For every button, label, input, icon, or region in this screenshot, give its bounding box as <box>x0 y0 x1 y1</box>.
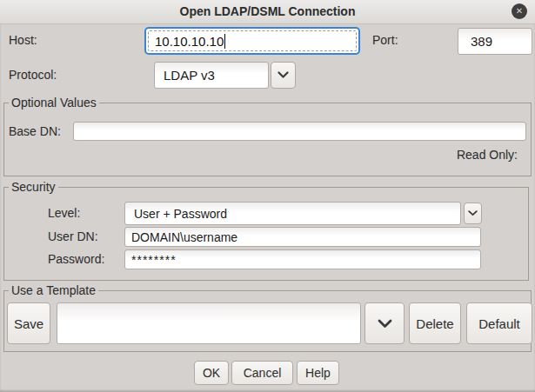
cancel-button-label: Cancel <box>244 366 282 380</box>
level-label: Level: <box>48 206 80 220</box>
chevron-down-icon <box>468 210 478 216</box>
read-only-label: Read Only: <box>435 148 518 162</box>
template-title: Use a Template <box>9 283 98 297</box>
host-value: 10.10.10.10 <box>155 34 224 49</box>
titlebar[interactable]: Open LDAP/DSML Connection ✕ <box>0 0 535 24</box>
default-button[interactable]: Default <box>466 302 532 344</box>
password-input[interactable] <box>124 249 481 269</box>
text-caret <box>224 34 225 49</box>
base-dn-label: Base DN: <box>9 124 61 138</box>
port-input[interactable] <box>458 28 532 55</box>
chevron-down-icon <box>378 319 392 329</box>
password-label: Password: <box>48 252 104 266</box>
ok-button-label: OK <box>203 366 220 380</box>
host-label: Host: <box>9 33 37 47</box>
security-title: Security <box>9 180 58 194</box>
open-ldap-connection-dialog: Open LDAP/DSML Connection ✕ Host: 10.10.… <box>0 0 535 392</box>
close-button[interactable]: ✕ <box>512 3 527 19</box>
base-dn-input[interactable] <box>73 122 526 141</box>
window-title: Open LDAP/DSML Connection <box>0 4 535 18</box>
optional-values-title: Optional Values <box>9 96 99 110</box>
level-dropdown-button[interactable] <box>464 203 482 224</box>
chevron-down-icon <box>278 71 289 79</box>
host-input[interactable]: 10.10.10.10 <box>144 27 360 55</box>
port-label: Port: <box>372 33 398 47</box>
level-select[interactable] <box>124 202 461 225</box>
save-button[interactable]: Save <box>7 302 50 344</box>
protocol-dropdown-button[interactable] <box>271 62 296 89</box>
help-button[interactable]: Help <box>297 361 339 385</box>
ok-button[interactable]: OK <box>194 361 229 385</box>
delete-button[interactable]: Delete <box>409 302 461 344</box>
cancel-button[interactable]: Cancel <box>231 361 293 385</box>
default-button-label: Default <box>478 316 520 331</box>
template-select[interactable] <box>57 302 361 344</box>
protocol-select[interactable] <box>154 62 269 89</box>
save-button-label: Save <box>14 316 43 331</box>
template-dropdown-button[interactable] <box>364 302 405 344</box>
delete-button-label: Delete <box>416 316 453 331</box>
close-icon: ✕ <box>516 6 523 16</box>
user-dn-label: User DN: <box>48 229 98 243</box>
user-dn-input[interactable] <box>124 227 481 247</box>
protocol-label: Protocol: <box>9 68 57 82</box>
help-button-label: Help <box>305 366 331 380</box>
